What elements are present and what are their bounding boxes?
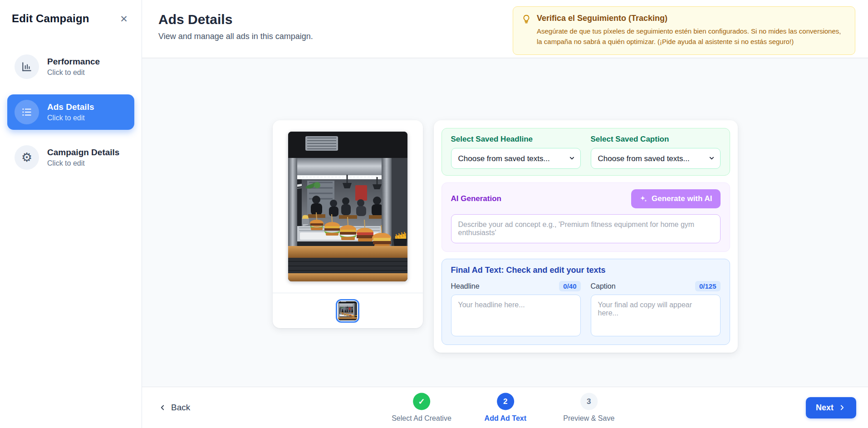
headline-counter-badge: 0/40 — [559, 281, 580, 291]
page-subtitle: View and manage all ads in this campaign… — [158, 32, 313, 41]
headline-input[interactable] — [451, 295, 581, 336]
tracking-alert: Verifica el Seguimiento (Tracking) Asegú… — [513, 6, 855, 55]
step-preview-save[interactable]: 3 Preview & Save — [559, 393, 618, 423]
caption-counter-badge: 0/125 — [695, 281, 721, 291]
sidebar-item-campaign-details[interactable]: ⚙ Campaign Details Click to edit — [7, 140, 134, 175]
ad-text-editor-card: Select Saved Headline Choose from saved … — [434, 120, 738, 353]
step-number: 3 — [580, 393, 598, 410]
saved-caption-field: Select Saved Caption Choose from saved t… — [591, 135, 721, 169]
generate-with-ai-button[interactable]: Generate with AI — [631, 189, 721, 208]
caption-label: Caption — [591, 282, 616, 290]
step-number: 2 — [497, 393, 514, 410]
ad-creative-image — [288, 132, 407, 281]
chevron-right-icon — [838, 403, 846, 412]
chevron-left-icon — [158, 403, 167, 412]
wizard-footer: Back ✓ Select Ad Creative 2 Add Ad Text … — [142, 387, 868, 428]
sidebar-title: Edit Campaign — [12, 12, 89, 25]
final-ad-text-title: Final Ad Text: Check and edit your texts — [451, 266, 721, 275]
next-button[interactable]: Next — [806, 397, 856, 418]
back-button[interactable]: Back — [158, 403, 190, 413]
final-ad-text-section: Final Ad Text: Check and edit your texts… — [441, 259, 730, 345]
sidebar-header: Edit Campaign ✕ — [7, 12, 134, 25]
sidebar-item-sub: Click to edit — [47, 69, 100, 77]
main-column: Ads Details View and manage all ads in t… — [142, 0, 868, 428]
list-icon — [15, 100, 39, 124]
sidebar-item-label: Campaign Details — [47, 148, 119, 157]
tracking-alert-text: Verifica el Seguimiento (Tracking) Asegú… — [537, 14, 846, 47]
ad-creative-card — [273, 120, 423, 328]
ad-creative-thumbnail-selected[interactable] — [336, 299, 359, 323]
step-add-ad-text[interactable]: 2 Add Ad Text — [476, 393, 535, 423]
saved-caption-label: Select Saved Caption — [591, 135, 721, 144]
saved-headline-select[interactable]: Choose from saved texts... — [451, 148, 581, 169]
alert-body: Asegúrate de que tus píxeles de seguimie… — [537, 26, 846, 47]
edit-campaign-sidebar: Edit Campaign ✕ Performance Click to edi… — [0, 0, 142, 428]
sidebar-nav: Performance Click to edit Ads Details Cl… — [7, 49, 134, 175]
content-area: Select Saved Headline Choose from saved … — [142, 58, 868, 387]
sidebar-item-ads-details[interactable]: Ads Details Click to edit — [7, 94, 134, 130]
caption-field: Caption 0/125 — [591, 281, 721, 338]
close-icon[interactable]: ✕ — [117, 12, 131, 25]
lightbulb-icon — [521, 14, 531, 47]
thumbnail-strip — [273, 293, 423, 328]
page-header: Ads Details View and manage all ads in t… — [142, 0, 868, 58]
page-title: Ads Details — [158, 12, 313, 27]
saved-texts-section: Select Saved Headline Choose from saved … — [441, 128, 730, 176]
step-select-ad-creative[interactable]: ✓ Select Ad Creative — [392, 393, 451, 423]
sidebar-item-performance[interactable]: Performance Click to edit — [7, 49, 134, 84]
saved-caption-select[interactable]: Choose from saved texts... — [591, 148, 721, 169]
gear-icon: ⚙ — [15, 145, 39, 170]
headline-field: Headline 0/40 — [451, 281, 581, 338]
saved-headline-label: Select Saved Headline — [451, 135, 581, 144]
page-heading-block: Ads Details View and manage all ads in t… — [158, 12, 313, 41]
sidebar-item-sub: Click to edit — [47, 159, 119, 167]
caption-input[interactable] — [591, 295, 721, 336]
ai-generation-label: AI Generation — [451, 194, 501, 203]
headline-label: Headline — [451, 282, 480, 290]
sidebar-item-label: Ads Details — [47, 102, 94, 112]
step-check-icon: ✓ — [413, 393, 430, 410]
sidebar-item-label: Performance — [47, 57, 100, 67]
bar-chart-icon — [15, 54, 39, 79]
saved-headline-field: Select Saved Headline Choose from saved … — [451, 135, 581, 169]
alert-title: Verifica el Seguimiento (Tracking) — [537, 14, 846, 23]
wizard-stepper: ✓ Select Ad Creative 2 Add Ad Text 3 Pre… — [392, 393, 618, 423]
ai-concept-input[interactable] — [451, 214, 721, 243]
sparkles-icon — [639, 195, 647, 203]
sidebar-item-sub: Click to edit — [47, 114, 94, 122]
ai-generation-section: AI Generation Generate with AI — [441, 182, 730, 252]
